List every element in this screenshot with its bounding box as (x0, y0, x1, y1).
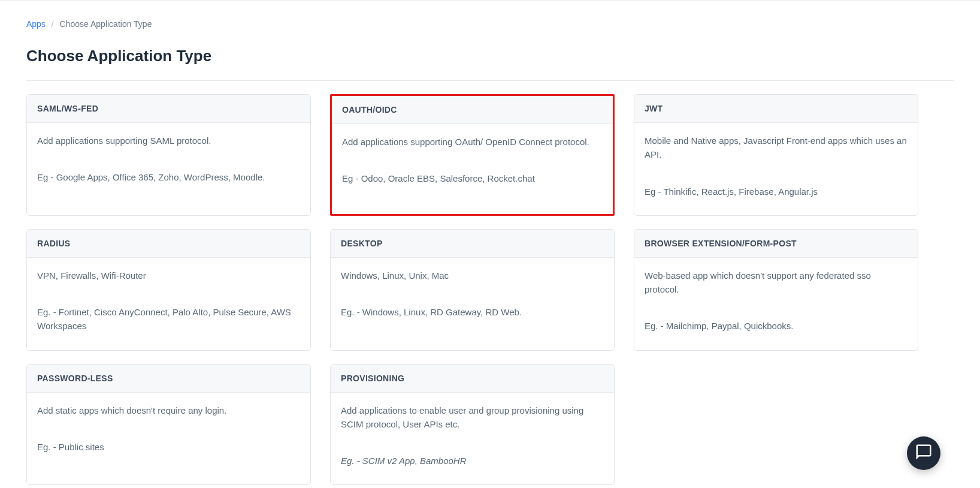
card-example: Eg. - SCIM v2 App, BambooHR (341, 454, 604, 468)
card-example: Eg - Google Apps, Office 365, Zoho, Word… (37, 170, 300, 184)
card-desc: Add applications supporting OAuth/ OpenI… (342, 135, 603, 149)
card-body: Mobile and Native apps, Javascript Front… (634, 123, 918, 215)
card-title: PASSWORD-LESS (27, 365, 310, 393)
card-body: Add static apps which doesn't require an… (27, 393, 310, 471)
page-title: Choose Application Type (26, 47, 954, 65)
card-desktop[interactable]: DESKTOP Windows, Linux, Unix, Mac Eg. - … (330, 229, 615, 351)
card-browser-extension[interactable]: BROWSER EXTENSION/FORM-POST Web-based ap… (634, 229, 918, 351)
card-desc: Windows, Linux, Unix, Mac (341, 269, 604, 282)
card-example: Eg. - Mailchimp, Paypal, Quickbooks. (645, 319, 908, 333)
chat-button[interactable] (907, 436, 940, 470)
card-title: JWT (634, 95, 918, 123)
divider (26, 80, 954, 81)
card-title: SAML/WS-FED (27, 95, 310, 123)
breadcrumb: Apps / Choose Application Type (26, 19, 954, 29)
card-radius[interactable]: RADIUS VPN, Firewalls, Wifi-Router Eg. -… (26, 229, 311, 351)
card-example: Eg - Thinkific, React.js, Firebase, Angu… (645, 185, 908, 198)
card-desc: Mobile and Native apps, Javascript Front… (645, 134, 908, 162)
card-body: Add applications to enable user and grou… (331, 393, 614, 485)
card-saml[interactable]: SAML/WS-FED Add applications supporting … (26, 94, 311, 216)
card-desc: Add applications to enable user and grou… (341, 403, 604, 432)
card-desc: Add applications supporting SAML protoco… (37, 134, 300, 147)
card-oauth[interactable]: OAUTH/OIDC Add applications supporting O… (330, 94, 615, 216)
card-body: VPN, Firewalls, Wifi-Router Eg. - Fortin… (27, 258, 310, 350)
card-title: OAUTH/OIDC (332, 96, 613, 124)
card-title: PROVISIONING (331, 365, 614, 393)
card-passwordless[interactable]: PASSWORD-LESS Add static apps which does… (26, 364, 311, 486)
card-title: RADIUS (27, 230, 310, 258)
card-example: Eg - Odoo, Oracle EBS, Salesforce, Rocke… (342, 171, 603, 185)
card-desc: Add static apps which doesn't require an… (37, 403, 300, 417)
card-body: Web-based app which doesn't support any … (634, 258, 918, 350)
breadcrumb-current: Choose Application Type (60, 19, 152, 29)
card-desc: VPN, Firewalls, Wifi-Router (37, 269, 300, 282)
chat-icon (915, 443, 933, 463)
card-body: Windows, Linux, Unix, Mac Eg. - Windows,… (331, 258, 614, 336)
card-body: Add applications supporting OAuth/ OpenI… (332, 124, 613, 203)
breadcrumb-link-apps[interactable]: Apps (26, 19, 46, 29)
card-title: DESKTOP (331, 230, 614, 258)
card-provisioning[interactable]: PROVISIONING Add applications to enable … (330, 364, 615, 486)
app-type-grid: SAML/WS-FED Add applications supporting … (26, 94, 954, 485)
card-desc: Web-based app which doesn't support any … (645, 269, 908, 297)
card-example: Eg. - Public sites (37, 440, 300, 454)
card-example: Eg. - Windows, Linux, RD Gateway, RD Web… (341, 305, 604, 319)
card-example: Eg. - Fortinet, Cisco AnyConnect, Palo A… (37, 305, 300, 333)
page-container: Apps / Choose Application Type Choose Ap… (0, 1, 980, 488)
card-title: BROWSER EXTENSION/FORM-POST (634, 230, 918, 258)
breadcrumb-separator: / (52, 19, 54, 29)
card-jwt[interactable]: JWT Mobile and Native apps, Javascript F… (634, 94, 918, 216)
card-body: Add applications supporting SAML protoco… (27, 123, 310, 201)
